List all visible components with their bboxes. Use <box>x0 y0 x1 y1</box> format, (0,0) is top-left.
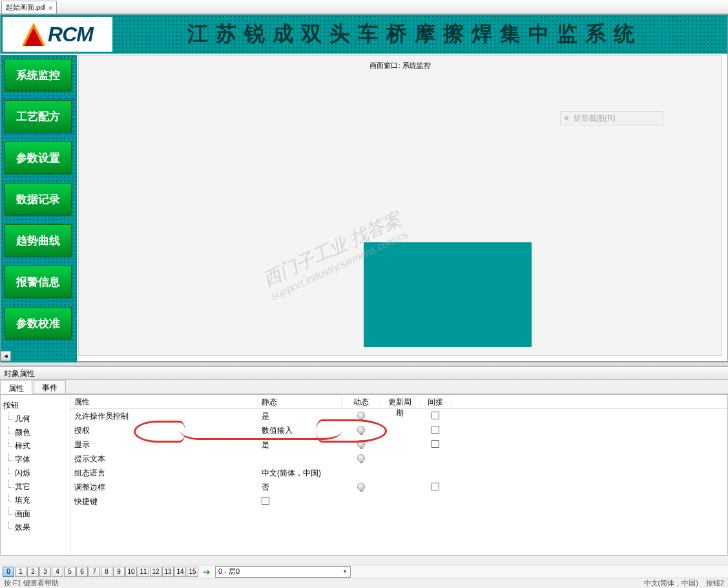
props-body: 按钮 几何 颜色 样式 字体 闪烁 其它 填充 画面 效果 属性 静态 动态 更… <box>0 394 728 556</box>
selected-rectangle-object[interactable] <box>364 243 531 346</box>
prop-indirect[interactable] <box>419 440 452 450</box>
tree-item[interactable]: 其它 <box>3 480 67 494</box>
nav-sidebar: 系统监控 工艺配方 参数设置 数据记录 趋势曲线 报警信息 参数校准 <box>1 55 77 362</box>
layer-button[interactable]: 11 <box>138 567 149 577</box>
col-static[interactable]: 静态 <box>258 395 342 408</box>
layer-button[interactable]: 8 <box>101 567 112 577</box>
header-banner: RCM 江苏锐成双头车桥摩擦焊集中监系统 <box>1 15 727 54</box>
tree-item[interactable]: 字体 <box>3 453 67 467</box>
checkbox-icon[interactable] <box>432 483 439 490</box>
file-tab-name: 起始画面.pdl <box>6 3 46 12</box>
nav-btn-params[interactable]: 参数设置 <box>5 142 72 174</box>
nav-btn-monitor[interactable]: 系统监控 <box>5 59 72 91</box>
grid-header: 属性 静态 动态 更新周期 间接 <box>70 395 727 409</box>
property-row[interactable]: 调整边框否 <box>70 480 727 494</box>
layer-combo-value: 0 - 层0 <box>218 567 240 576</box>
property-row[interactable]: 快捷键 <box>70 494 727 509</box>
prop-indirect[interactable] <box>419 483 452 492</box>
splitter[interactable] <box>0 362 728 367</box>
layer-button[interactable]: 3 <box>39 567 51 577</box>
tree-item[interactable]: 填充 <box>3 494 67 507</box>
tab-events[interactable]: 事件 <box>34 380 66 394</box>
tree-item[interactable]: 颜色 <box>3 426 67 439</box>
prop-name: 授权 <box>70 425 258 436</box>
prop-static[interactable] <box>258 497 342 507</box>
col-indirect[interactable]: 间接 <box>419 395 452 408</box>
file-tab-bar: 起始画面.pdl × <box>0 0 728 14</box>
status-help: 按 F1 键查看帮助 <box>4 578 59 588</box>
nav-btn-records[interactable]: 数据记录 <box>5 183 72 215</box>
layer-button[interactable]: 5 <box>64 567 76 577</box>
layer-button[interactable]: 0 <box>3 567 14 577</box>
canvas-title: 画面窗口: 系统监控 <box>369 61 430 70</box>
prop-static[interactable]: 是 <box>258 411 342 422</box>
tree-root[interactable]: 按钮 <box>3 399 67 412</box>
bullet-icon <box>565 116 568 120</box>
bulb-icon[interactable] <box>357 426 365 434</box>
bulb-icon[interactable] <box>357 412 365 419</box>
nav-btn-calib[interactable]: 参数校准 <box>5 307 72 339</box>
checkbox-icon[interactable] <box>432 440 439 448</box>
layer-button[interactable]: 9 <box>113 567 125 577</box>
prop-static[interactable]: 是 <box>258 439 342 450</box>
layer-button[interactable]: 10 <box>125 567 137 577</box>
file-tab[interactable]: 起始画面.pdl × <box>1 1 57 14</box>
col-property[interactable]: 属性 <box>70 395 258 408</box>
layer-button[interactable]: 6 <box>76 567 88 577</box>
layer-button[interactable]: 12 <box>150 567 161 577</box>
layer-combo[interactable]: 0 - 层0 ▼ <box>215 566 351 578</box>
prop-static[interactable]: 数值输入 <box>258 425 342 436</box>
layer-button[interactable]: 13 <box>162 567 174 577</box>
prop-static[interactable]: 否 <box>258 482 342 493</box>
bulb-icon[interactable] <box>357 454 365 462</box>
prop-indirect[interactable] <box>419 412 452 421</box>
layers-bar: 0123456789101112131415 ➔ 0 - 层0 ▼ <box>0 565 728 578</box>
logo-text: RCM <box>48 23 93 47</box>
props-tabs: 属性 事件 <box>0 380 728 394</box>
layer-button[interactable]: 7 <box>88 567 100 577</box>
canvas-area[interactable]: 画面窗口: 系统监控 矩形截图(R) 西门子工业 找答案 support.ind… <box>78 55 722 356</box>
prop-dynamic[interactable] <box>342 483 380 492</box>
layer-button[interactable]: 15 <box>187 567 198 577</box>
col-update[interactable]: 更新周期 <box>380 395 419 408</box>
tree-item[interactable]: 样式 <box>3 439 67 453</box>
status-lang: 中文(简体，中国) <box>644 578 698 588</box>
bulb-icon[interactable] <box>357 483 365 490</box>
close-icon[interactable]: × <box>48 4 52 12</box>
tree-item[interactable]: 效果 <box>3 521 67 534</box>
tree-item[interactable]: 几何 <box>3 412 67 426</box>
property-row[interactable]: 显示是 <box>70 437 727 452</box>
prop-dynamic[interactable] <box>342 454 380 464</box>
checkbox-icon[interactable] <box>262 497 269 505</box>
tree-item[interactable]: 闪烁 <box>3 467 67 480</box>
checkbox-icon[interactable] <box>432 426 439 434</box>
property-row[interactable]: 提示文本 <box>70 452 727 466</box>
prop-name: 允许操作员控制 <box>70 411 258 422</box>
prop-dynamic[interactable] <box>342 412 380 421</box>
scroll-left-icon[interactable]: ◄ <box>1 351 11 361</box>
checkbox-icon[interactable] <box>432 412 439 419</box>
property-row[interactable]: 授权数值输入 <box>70 423 727 437</box>
property-row[interactable]: 组态语言中文(简体，中国) <box>70 466 727 480</box>
bulb-icon[interactable] <box>357 440 365 448</box>
prop-dynamic[interactable] <box>342 440 380 450</box>
prop-indirect[interactable] <box>419 426 452 436</box>
tree-item[interactable]: 画面 <box>3 507 67 521</box>
nav-btn-alarm[interactable]: 报警信息 <box>5 266 72 298</box>
arrow-right-icon[interactable]: ➔ <box>202 567 212 577</box>
logo-icon <box>22 23 45 46</box>
props-tree: 按钮 几何 颜色 样式 字体 闪烁 其它 填充 画面 效果 <box>1 395 70 555</box>
layer-button[interactable]: 1 <box>15 567 26 577</box>
col-dynamic[interactable]: 动态 <box>342 395 380 408</box>
chevron-down-icon: ▼ <box>342 569 348 574</box>
tab-properties[interactable]: 属性 <box>0 381 32 394</box>
prop-dynamic[interactable] <box>342 426 380 436</box>
layer-button[interactable]: 14 <box>174 567 186 577</box>
layer-button[interactable]: 2 <box>27 567 39 577</box>
nav-btn-recipe[interactable]: 工艺配方 <box>5 100 72 132</box>
nav-btn-trend[interactable]: 趋势曲线 <box>5 224 72 257</box>
status-object: 按钮2 <box>706 578 724 588</box>
layer-button[interactable]: 4 <box>52 567 63 577</box>
prop-static[interactable]: 中文(简体，中国) <box>258 468 342 479</box>
prop-name: 显示 <box>70 439 258 450</box>
